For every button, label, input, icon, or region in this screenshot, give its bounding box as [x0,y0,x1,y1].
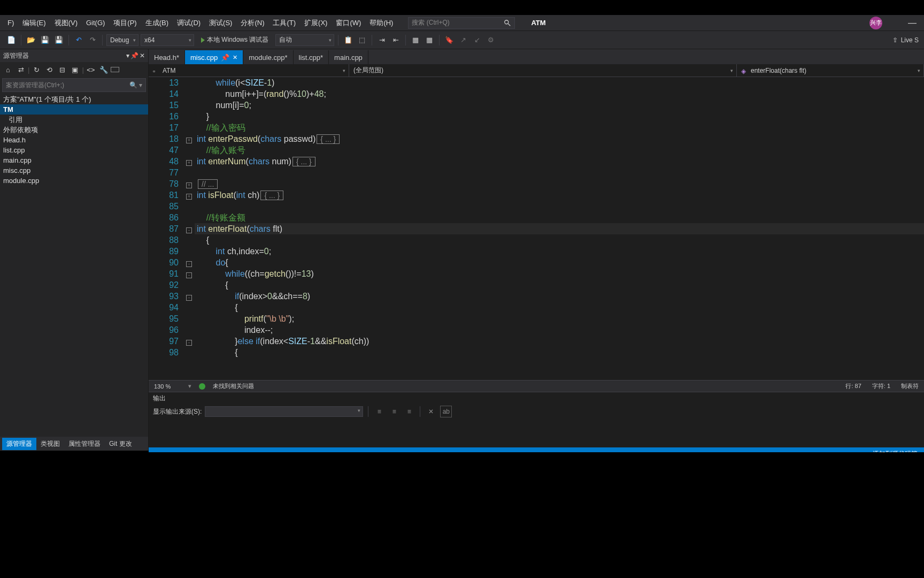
code-line[interactable]: num[i++]=(rand()%10)+48; [195,88,924,100]
code-line[interactable]: { [195,234,924,246]
new-file-icon[interactable]: 📄 [5,34,17,46]
menu-extensions[interactable]: 扩展(X) [300,16,332,30]
tab-list-cpp[interactable]: list.cpp* [294,50,329,64]
toolbar-button[interactable]: ↗ [457,34,469,46]
code-line[interactable]: { [195,347,924,358]
tab-git-changes[interactable]: Git 更改 [105,438,136,450]
code-line[interactable]: } [195,111,924,122]
code-line[interactable]: int ch,index=0; [195,246,924,257]
code-line[interactable]: }else if(index<SIZE-1&&isFloat(ch)) [195,336,924,347]
sync-icon[interactable]: ⟲ [43,64,55,75]
tree-file-module-cpp[interactable]: module.cpp [0,176,148,186]
output-button[interactable]: ≡ [388,406,400,417]
code-editor[interactable]: 1314151617184748777881858687888990919293… [149,77,924,380]
tree-file-misc-cpp[interactable]: misc.cpp [0,165,148,176]
menu-test[interactable]: 测试(S) [205,16,236,30]
toolbar-button[interactable]: ↙ [471,34,483,46]
close-icon[interactable]: ✕ [140,52,145,59]
tab-module-cpp[interactable]: module.cpp* [243,50,293,64]
menu-file[interactable]: F) [3,17,18,29]
fold-collapse-icon[interactable]: - [186,261,192,267]
indent-icon[interactable]: ⇥ [376,34,388,46]
code-line[interactable]: while((ch=getch())!=13) [195,268,924,279]
tab-head-h[interactable]: Head.h* [149,50,185,64]
refresh-icon[interactable]: ↻ [30,64,42,75]
undo-icon[interactable]: ↶ [73,34,84,46]
code-line[interactable]: //输入密码 [195,122,924,133]
fold-expand-icon[interactable]: + [186,138,192,143]
code-line[interactable]: do{ [195,257,924,268]
outdent-icon[interactable]: ⇤ [390,34,402,46]
solution-explorer-search[interactable]: 案资源管理器(Ctrl+;) 🔍 ▾ [2,78,146,92]
tab-misc-cpp[interactable]: misc.cpp📌✕ [185,50,243,64]
tree-project-node[interactable]: TM [0,104,148,115]
live-share-button[interactable]: ⇪ Live S [892,36,919,44]
tab-main-cpp[interactable]: main.cpp [329,50,368,64]
toolbar-button[interactable]: ⬚ [356,34,368,46]
menu-window[interactable]: 窗口(W) [332,16,365,30]
code-line[interactable] [195,167,924,178]
search-box[interactable]: 搜索 (Ctrl+Q) [408,17,515,29]
menu-debug[interactable]: 调试(D) [173,16,205,30]
user-avatar[interactable]: 兴李 [869,17,882,29]
code-line[interactable]: if(index>0&&ch==8) [195,291,924,302]
comment-icon[interactable]: ▦ [410,34,421,46]
output-clear-button[interactable]: ✕ [425,406,437,417]
save-all-icon[interactable]: 💾 [53,34,65,46]
pin-icon[interactable]: 📌 [221,54,229,62]
window-minimize-icon[interactable]: — [904,18,921,28]
menu-edit[interactable]: 编辑(E) [18,16,50,30]
fold-expand-icon[interactable]: + [186,160,192,166]
collapse-all-icon[interactable]: ⊟ [56,64,68,75]
code-line[interactable]: { [195,302,924,313]
collapsed-region[interactable]: { ... } [292,157,315,166]
tree-external-deps-node[interactable]: 外部依赖项 [0,125,148,135]
tree-references-node[interactable]: 引用 [0,115,148,125]
tab-solution-explorer[interactable]: 源管理器 [2,438,36,450]
output-source-dropdown[interactable] [205,406,363,417]
config-dropdown[interactable]: Debug [106,34,138,46]
tree-file-head-h[interactable]: Head.h [0,135,148,145]
fold-collapse-icon[interactable]: - [186,272,192,278]
code-line[interactable]: int isFloat(int ch){ ... } [195,189,924,201]
menu-tools[interactable]: 工具(T) [268,16,300,30]
code-line[interactable]: int enterPasswd(chars passwd){ ... } [195,133,924,144]
code-line[interactable]: //输入账号 [195,144,924,156]
line-icon[interactable] [111,67,119,72]
bookmark-icon[interactable]: 🔖 [443,34,455,46]
start-debug-button[interactable]: 本地 Windows 调试器 [196,34,273,46]
platform-dropdown[interactable]: x64 [141,34,194,46]
output-button[interactable]: ≡ [403,406,415,417]
zoom-level[interactable]: 130 % [154,383,181,390]
code-line[interactable]: //转账金额 [195,212,924,223]
code-line[interactable] [195,201,924,212]
fold-expand-icon[interactable]: + [186,194,192,200]
code-line[interactable]: int enterFloat(chars flt) [195,223,924,234]
save-icon[interactable]: 💾 [39,34,51,46]
fold-expand-icon[interactable]: + [186,182,192,188]
output-wrap-button[interactable]: ab [440,406,452,417]
auto-dropdown[interactable]: 自动 [275,34,334,46]
tree-solution-node[interactable]: 方案"ATM"(1 个项目/共 1 个) [0,94,148,104]
pin-icon[interactable]: 📌 [130,52,138,59]
code-line[interactable]: index--; [195,324,924,336]
code-line[interactable]: num[i]=0; [195,100,924,111]
code-line[interactable]: // ... [195,178,924,189]
output-button[interactable]: ≡ [373,406,385,417]
code-icon[interactable]: <> [85,64,97,75]
fold-collapse-icon[interactable]: - [186,340,192,346]
code-line[interactable]: printf("\b \b"); [195,313,924,324]
code-line[interactable]: int enterNum(chars num){ ... } [195,156,924,167]
fold-collapse-icon[interactable]: - [186,295,192,301]
open-icon[interactable]: 📂 [25,34,37,46]
properties-icon[interactable]: 🔧 [98,64,110,75]
menu-project[interactable]: 项目(P) [109,16,141,30]
fold-collapse-icon[interactable]: - [186,227,192,233]
menu-help[interactable]: 帮助(H) [365,16,397,30]
show-all-icon[interactable]: ▣ [69,64,81,75]
toolbar-button[interactable]: 📋 [342,34,354,46]
tab-property-manager[interactable]: 属性管理器 [64,438,105,450]
collapsed-region[interactable]: { ... } [317,134,340,144]
menu-git[interactable]: Git(G) [82,17,109,29]
dropdown-icon[interactable]: ▾ [126,52,129,59]
